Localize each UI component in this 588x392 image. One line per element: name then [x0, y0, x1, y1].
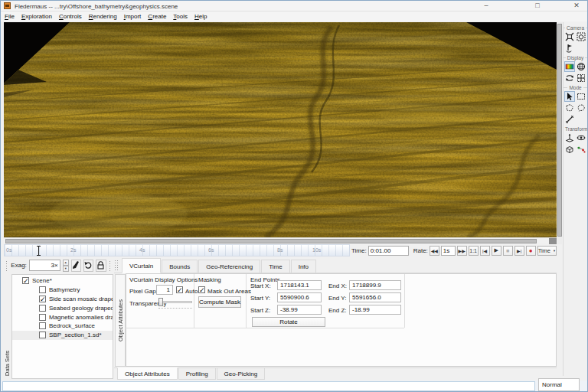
- play-button[interactable]: ▶: [492, 246, 501, 256]
- skip-to-end-button[interactable]: ▶|: [514, 246, 524, 256]
- scale-cube-icon: [565, 145, 574, 154]
- object-attributes-side-tab[interactable]: Object Attributes: [115, 274, 126, 367]
- rate-decrease-button[interactable]: ◀◀: [430, 246, 439, 256]
- tab-geo-picking[interactable]: Geo-Picking: [217, 368, 266, 380]
- end-x-field[interactable]: 1718899.9: [349, 280, 401, 290]
- start-x-label: Start X:: [250, 283, 271, 289]
- profile-points-button[interactable]: [576, 144, 586, 155]
- tree-item-bathymetry[interactable]: Bathymetry: [12, 286, 113, 295]
- exag-field[interactable]: 3×: [29, 260, 60, 271]
- toolbar-grip[interactable]: [109, 260, 112, 271]
- title-bar[interactable]: Fledermaus -- ...try\Offshore_bathymetry…: [1, 1, 587, 11]
- scene-tree[interactable]: ✓ Scene* Bathymetry ✓ Side scan mosaic d…: [11, 274, 113, 379]
- checkbox[interactable]: [39, 286, 46, 293]
- select-mode-button[interactable]: [564, 91, 575, 102]
- start-y-field[interactable]: 5590900.6: [277, 292, 322, 302]
- checkbox[interactable]: [39, 332, 46, 338]
- render-mode-dropdown[interactable]: Normal: [538, 378, 580, 391]
- tree-item-label: Bathymetry: [49, 286, 80, 293]
- orbit-eye-button[interactable]: [576, 132, 586, 143]
- rate-increase-button[interactable]: ▶▶: [457, 246, 467, 256]
- maximize-button[interactable]: □: [527, 1, 548, 11]
- tree-item-magnetic-anomalies[interactable]: Magnetic anomalies draped on b...: [12, 312, 113, 322]
- tree-item-seabed-geology[interactable]: Seabed geology draped on bath...: [12, 303, 113, 312]
- close-button[interactable]: ✕: [566, 1, 587, 11]
- tab-vcurtain[interactable]: VCurtain: [122, 258, 161, 273]
- tree-item-scene[interactable]: ✓ Scene*: [12, 276, 113, 286]
- vertical-scrollbar-thumb[interactable]: [557, 24, 562, 237]
- mask-out-checkbox[interactable]: ✓: [198, 286, 205, 293]
- time-field[interactable]: 0:01.00: [368, 246, 409, 256]
- zoom-selection-button[interactable]: [576, 31, 586, 42]
- start-x-field[interactable]: 1718143.1: [277, 280, 322, 290]
- checkbox[interactable]: [39, 314, 46, 321]
- menu-tools[interactable]: Tools: [173, 13, 194, 20]
- horizontal-scrollbar[interactable]: [4, 237, 557, 243]
- tab-time[interactable]: Time: [261, 260, 289, 273]
- tree-item-bedrock-surface[interactable]: Bedrock_surface: [12, 322, 113, 331]
- time-label: Time:: [351, 247, 367, 254]
- rotate-view-button[interactable]: [564, 73, 575, 83]
- turntable-button[interactable]: [564, 43, 575, 54]
- timeline-ruler[interactable]: 0s 2s 4s 6s 8s 10s: [4, 244, 350, 256]
- tab-geo-referencing[interactable]: Geo-Referencing: [198, 260, 260, 273]
- toolbar-grip[interactable]: [5, 260, 8, 271]
- end-z-field[interactable]: -18.99: [349, 305, 401, 315]
- pixel-gap-field[interactable]: 1: [156, 285, 173, 295]
- checkbox[interactable]: ✓: [22, 277, 29, 284]
- vertical-scrollbar[interactable]: [557, 22, 562, 244]
- wireframe-globe-icon: [577, 62, 586, 71]
- menu-controls[interactable]: Controls: [59, 13, 89, 20]
- start-z-field[interactable]: -38.99: [277, 305, 322, 315]
- end-y-field[interactable]: 5591656.0: [349, 292, 401, 302]
- vertical-exaggeration-button[interactable]: [564, 132, 575, 143]
- stop-button[interactable]: ■: [503, 246, 513, 256]
- sonar-3d-viewport[interactable]: [4, 22, 557, 237]
- rate-field[interactable]: 1s: [441, 246, 456, 256]
- auto-checkbox[interactable]: ✓: [176, 286, 183, 293]
- compute-mask-button[interactable]: Compute Mask: [198, 296, 241, 308]
- tab-object-attributes[interactable]: Object Attributes: [117, 368, 178, 380]
- minimize-button[interactable]: –: [475, 1, 497, 11]
- checkbox[interactable]: [39, 305, 46, 312]
- rotate-button[interactable]: Rotate: [252, 317, 325, 327]
- polygon-select-button[interactable]: [564, 103, 575, 113]
- lasso-select-button[interactable]: [576, 103, 586, 113]
- pick-tool-button[interactable]: [71, 260, 81, 272]
- scale-cube-button[interactable]: [564, 144, 575, 155]
- menu-file[interactable]: File: [5, 13, 21, 20]
- time-mode-dropdown[interactable]: Time ▼: [537, 246, 557, 256]
- menu-exploration[interactable]: Exploration: [21, 13, 59, 20]
- tab-bounds[interactable]: Bounds: [162, 260, 198, 273]
- exag-label: Exag:: [11, 262, 26, 269]
- menu-help[interactable]: Help: [194, 13, 214, 20]
- zoom-scene-extents-button[interactable]: [564, 31, 575, 42]
- slider-handle[interactable]: [158, 298, 163, 306]
- record-button[interactable]: ●: [526, 246, 536, 256]
- menu-import[interactable]: Import: [124, 13, 149, 20]
- tab-info[interactable]: Info: [291, 260, 316, 273]
- menu-rendering[interactable]: Rendering: [89, 13, 124, 20]
- measure-line-button[interactable]: [564, 114, 575, 125]
- pan-view-button[interactable]: [576, 73, 586, 83]
- wireframe-button[interactable]: [576, 61, 586, 72]
- lock-scene-button[interactable]: [96, 260, 106, 272]
- rate-one-to-one-button[interactable]: 1:1: [469, 246, 479, 256]
- tick-4s: 4s: [139, 247, 145, 253]
- data-sets-side-tab[interactable]: Data Sets: [3, 274, 11, 379]
- orbit-eye-icon: [577, 133, 586, 142]
- tree-item-sbp-section[interactable]: SBP_section_1.sd*: [12, 331, 113, 340]
- checkbox[interactable]: ✓: [39, 296, 46, 302]
- colormap-button[interactable]: [564, 61, 575, 72]
- tree-item-side-scan[interactable]: ✓ Side scan mosaic draped on bath...: [12, 295, 113, 304]
- menu-create[interactable]: Create: [148, 13, 173, 20]
- transparency-slider[interactable]: [158, 298, 192, 309]
- time-cursor[interactable]: [38, 246, 39, 256]
- panel-grip[interactable]: [114, 260, 118, 270]
- tab-profiling[interactable]: Profiling: [178, 368, 216, 380]
- rectangle-select-button[interactable]: [576, 91, 586, 102]
- exag-spinner[interactable]: ▲▼: [63, 260, 69, 271]
- reset-view-button[interactable]: [83, 260, 93, 272]
- checkbox[interactable]: [39, 322, 46, 329]
- skip-to-start-button[interactable]: |◀: [480, 246, 490, 256]
